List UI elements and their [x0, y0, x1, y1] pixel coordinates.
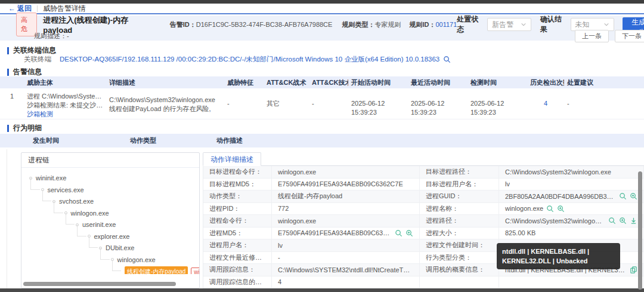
copy-icon[interactable]: [630, 266, 637, 273]
process-node-label: winlogon.exe: [71, 210, 109, 217]
detail-value: C:\Windows\System32\winlogon.exe: [499, 215, 644, 227]
col-action-type: 动作类型: [130, 136, 216, 145]
detail-row: 进程命令行：winlogon.exe进程路径：C:\Windows\System…: [203, 215, 644, 228]
vertical-scrollbar[interactable]: [638, 171, 642, 290]
prev-button[interactable]: 上一条: [575, 30, 609, 42]
detail-label: 进程命令行：: [203, 215, 272, 227]
process-chain-tree: wininit.exeservices.exesvchost.exewinlog…: [21, 168, 199, 274]
cell-threat-subject: 进程 C:\Windows\System32\winlo... 沙箱检测结果: …: [24, 88, 106, 122]
process-node-label: wininit.exe: [36, 174, 66, 182]
process-node-label: svchost.exe: [59, 198, 94, 205]
next-button[interactable]: 下一条: [615, 30, 644, 42]
detail-label: 调用栈的概要信息：: [420, 264, 499, 276]
chevron-down-icon: [603, 21, 609, 27]
dispose-status-value: 新告警: [492, 20, 513, 30]
tree-connector: [112, 260, 122, 272]
tree-connector: [42, 190, 52, 202]
tab-action-detail[interactable]: 动作详细描述: [203, 152, 261, 166]
zoomin-icon[interactable]: [630, 192, 637, 200]
horizontal-scrollbar[interactable]: [23, 282, 176, 286]
section-title-behavior: 行为明细: [7, 123, 42, 133]
terminal-label: 关联终端: [24, 55, 51, 64]
detail-row: 进程PID：772进程名称：winlogon.exe: [203, 203, 644, 216]
action-detail-grid: 目标进程命令行：winlogon.exe目标进程路径：C:\Windows\Sy…: [203, 166, 644, 288]
detail-label: 进程用户名：: [203, 239, 272, 251]
detail-label: 行为类型分类：: [420, 252, 499, 264]
detail-label: 目标进程用户名：: [420, 179, 499, 190]
detail-value: 线程创建-内存payload: [272, 190, 420, 202]
detail-label: 调用跟踪信息：: [203, 264, 272, 276]
detail-label: 进程名称：: [420, 203, 499, 215]
detail-value: lv: [272, 239, 420, 251]
confirm-result-value: 未知: [575, 20, 590, 30]
row-index: 1: [0, 88, 24, 122]
behavior-table-header: 发生时间 动作类型 动作描述: [0, 134, 644, 147]
col-attack-technique: ATT&CK技术: [309, 78, 348, 87]
rule-id-link[interactable]: 001171: [435, 21, 457, 28]
history-count-link[interactable]: 4: [544, 100, 547, 107]
cell-detect-time: 2025-06-12 15:39:23: [467, 88, 527, 122]
detail-row: 调用跟踪信息的个数：4: [203, 276, 644, 289]
rule-desc-value: -: [67, 32, 69, 39]
download-icon[interactable]: [630, 217, 637, 225]
topbar: ← 返回 威胁告警详情: [0, 4, 644, 14]
action-badge[interactable]: 线程创建-内存payload: [125, 266, 188, 274]
section-title-alert: 告警信息: [7, 67, 42, 77]
detail-row: 进程MD5：E7590FA4991FE5A934AE8B09C6362C7E进程…: [203, 228, 644, 240]
detail-label: 进程GUID：: [420, 190, 499, 202]
sandbox-detect-link[interactable]: 沙箱检测: [27, 110, 53, 118]
rule-desc-label: 规则描述：: [34, 32, 67, 39]
detail-row: 目标进程命令行：winlogon.exe目标进程路径：C:\Windows\Sy…: [203, 166, 644, 179]
zoomin-icon[interactable]: [557, 205, 565, 213]
detail-value: winlogon.exe: [499, 203, 644, 215]
detail-value: winlogon.exe: [272, 166, 420, 178]
cell-attack-technique: -: [309, 88, 348, 122]
detail-value: 2BF805A2AA0BDF4DBAA996DB337D83FB: [499, 190, 644, 202]
terminal-link[interactable]: DESKTOP-AQ365IF/192.168.111.129 /00:0C:2…: [60, 55, 439, 64]
dispose-status-select[interactable]: 新告警: [487, 18, 531, 31]
cell-description: C:\Windows\System32\winlogon.exe 线程创建Pay…: [106, 88, 224, 122]
alert-table-header: 威胁主体 详细描述 威胁特征 ATT&CK战术 ATT&CK技术 开始活动时间 …: [0, 76, 644, 88]
col-description: 详细描述: [106, 78, 224, 87]
alert-id-label: 告警ID：: [170, 21, 196, 28]
detail-label: 目标进程MD5：: [203, 179, 272, 190]
alert-id-value: D16F1C9C-5B32-474F-BC38-AFB76A7988CE: [196, 21, 333, 28]
terminal-row: 关联终端 DESKTOP-AQ365IF/192.168.111.129 /00…: [24, 55, 451, 64]
process-node-label: winlogon.exe: [117, 256, 156, 263]
back-label: 返回: [17, 4, 32, 14]
col-threat-subject: 威胁主体: [24, 78, 106, 87]
col-detect-time: 检测时间: [467, 78, 527, 87]
tree-connector: [100, 248, 110, 260]
zoomin-icon[interactable]: [619, 217, 627, 225]
detail-value: E7590FA4991FE5A934AE8B09C6362C7E: [272, 228, 420, 239]
alert-table-row: 1 进程 C:\Windows\System32\winlo... 沙箱检测结果…: [0, 88, 644, 119]
search-icon[interactable]: [546, 205, 554, 213]
detail-value: C:\Windows\System32\winlogon.exe: [499, 166, 644, 178]
search-icon[interactable]: [619, 192, 627, 200]
detail-value: winlogon.exe: [272, 215, 420, 227]
cell-attack-tactic: 其它: [264, 88, 309, 122]
detail-tabbar: 动作详细描述: [203, 152, 644, 166]
rule-type-value: 专家规则: [374, 21, 401, 28]
search-icon[interactable]: [443, 56, 451, 63]
process-chain-panel: 进程链 wininit.exeservices.exesvchost.exewi…: [21, 152, 200, 288]
search-icon[interactable]: [608, 217, 616, 225]
back-arrow-icon: ←: [8, 4, 16, 13]
detail-label: 进程MD5：: [203, 228, 272, 239]
detail-label: 进程PID：: [203, 203, 272, 215]
tree-connector: [54, 201, 63, 213]
background-page-edge-bottom: [0, 288, 644, 292]
cell-start-time: 2025-06-12 15:39:23: [348, 88, 408, 122]
detail-row: 目标进程MD5：E7590FA4991FE5A934AE8B09C6362C7E…: [203, 179, 644, 191]
detail-value: -: [272, 252, 420, 264]
detail-label: 目标进程路径：: [420, 166, 499, 178]
detail-value: 4: [272, 276, 420, 288]
back-button[interactable]: ← 返回: [8, 4, 32, 14]
col-start-time: 开始活动时间: [348, 78, 408, 87]
rule-type-label: 规则类型：: [342, 21, 374, 28]
target-process-badge[interactable]: winlogon.exe: [191, 268, 199, 275]
search-icon[interactable]: [395, 229, 402, 237]
detail-value: 772: [272, 203, 420, 215]
zoomin-icon[interactable]: [405, 229, 413, 237]
tree-connector: [30, 178, 40, 190]
